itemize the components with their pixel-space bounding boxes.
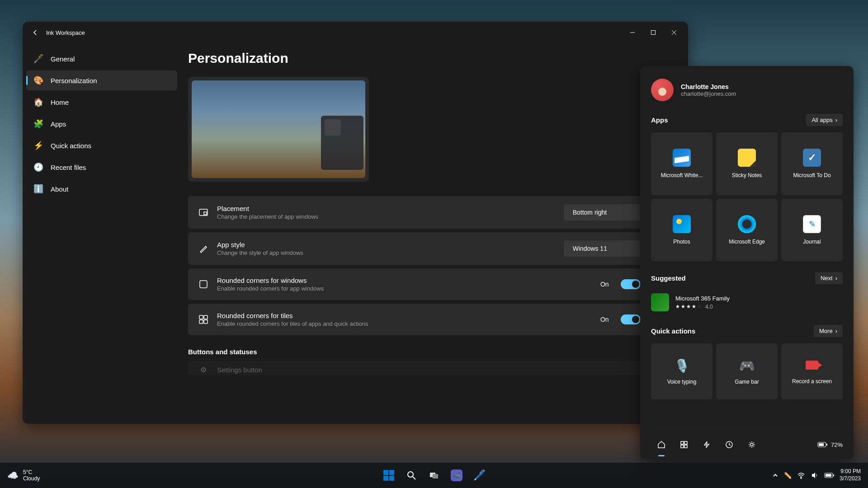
setting-title: Placement (217, 205, 556, 212)
svg-rect-11 (681, 441, 684, 444)
apps-icon: 🧩 (33, 119, 43, 129)
chevron-right-icon: › (835, 328, 837, 334)
svg-rect-1 (651, 31, 656, 35)
edge-icon (738, 215, 756, 233)
task-view-button[interactable] (424, 465, 444, 485)
back-button[interactable] (26, 23, 44, 42)
setting-desc: Enable rounded corners for app windows (217, 285, 592, 292)
app-tile-whiteboard[interactable]: Microsoft White... (651, 132, 712, 195)
taskbar-right: ✏️ 9:00 PM 3/7/2023 (772, 468, 861, 482)
nav-apps[interactable] (674, 436, 694, 454)
setting-placement[interactable]: Placement Change the placement of app wi… (188, 196, 666, 229)
bolt-icon: ⚡ (33, 141, 43, 150)
minimize-button[interactable] (622, 25, 643, 40)
tiles-icon (198, 314, 209, 325)
placement-value[interactable]: Bottom right (564, 204, 641, 221)
svg-rect-7 (199, 315, 203, 319)
sidebar-item-quick-actions[interactable]: ⚡Quick actions (26, 136, 177, 155)
record-icon (806, 358, 818, 373)
suggested-name: Microsoft 365 Family (675, 295, 730, 302)
ink-workspace-button[interactable]: 🖊️ (469, 465, 489, 485)
battery-indicator[interactable]: 72% (817, 441, 843, 448)
weather-widget[interactable]: ☁️ 5°C Cloudy (7, 469, 40, 482)
battery-percent: 72% (831, 441, 843, 448)
pen-tray-icon[interactable]: ✏️ (784, 472, 792, 479)
action-label: Voice typing (667, 379, 697, 385)
nav-recent[interactable] (719, 436, 740, 454)
apps-section-title: Apps (651, 116, 668, 124)
app-tile-sticky-notes[interactable]: Sticky Notes (716, 132, 778, 195)
tray-overflow[interactable] (772, 472, 778, 479)
svg-rect-23 (433, 474, 438, 479)
app-style-value[interactable]: Windows 11 (564, 240, 641, 257)
svg-rect-26 (826, 474, 831, 477)
more-button[interactable]: More› (814, 325, 843, 337)
date: 3/7/2023 (840, 475, 861, 483)
maximize-button[interactable] (643, 25, 664, 40)
app-tile-photos[interactable]: Photos (651, 199, 712, 262)
app-tile-edge[interactable]: Microsoft Edge (716, 199, 778, 262)
setting-settings-button[interactable]: ⚙ Settings button (188, 361, 666, 375)
sidebar-item-label: Apps (51, 120, 66, 128)
app-label: Microsoft White... (655, 172, 709, 178)
user-profile[interactable]: Charlotte Jones charlotte@jones.com (651, 79, 843, 101)
svg-rect-6 (200, 281, 207, 288)
volume-icon[interactable] (811, 471, 819, 479)
wifi-icon[interactable] (797, 471, 805, 479)
all-apps-button[interactable]: All apps› (806, 114, 843, 126)
palette-icon: 🎨 (33, 75, 43, 85)
window-title: Ink Workspace (46, 29, 85, 36)
sidebar-item-home[interactable]: 🏠Home (26, 92, 177, 112)
start-button[interactable] (379, 465, 399, 485)
app-tile-journal[interactable]: Journal (781, 199, 843, 262)
nav-home[interactable] (651, 436, 672, 454)
m365-icon (651, 293, 669, 311)
setting-rounded-tiles[interactable]: Rounded corners for tiles Enable rounded… (188, 304, 666, 335)
sidebar-item-general[interactable]: 🖋️General (26, 49, 177, 69)
toggle-state: On (600, 316, 609, 323)
setting-rounded-windows[interactable]: Rounded corners for windows Enable round… (188, 268, 666, 300)
sidebar-item-recent-files[interactable]: 🕘Recent files (26, 157, 177, 177)
sidebar-item-apps[interactable]: 🧩Apps (26, 114, 177, 134)
chat-button[interactable]: 📹 (447, 465, 467, 485)
pen-icon: 🖋️ (33, 54, 43, 64)
action-label: Game bar (735, 379, 759, 385)
ink-workspace-panel: Charlotte Jones charlotte@jones.com Apps… (640, 66, 854, 459)
battery-tray-icon[interactable] (824, 473, 834, 478)
action-game-bar[interactable]: 🎮Game bar (716, 343, 778, 399)
suggested-app[interactable]: Microsoft 365 Family ★★★★☆ 4.0 (651, 291, 843, 314)
svg-rect-5 (204, 212, 207, 215)
app-label: Sticky Notes (720, 172, 774, 178)
setting-app-style[interactable]: App style Change the style of app window… (188, 232, 666, 265)
info-icon: ℹ️ (33, 184, 43, 194)
home-icon: 🏠 (33, 97, 43, 107)
next-button[interactable]: Next› (815, 272, 843, 284)
sidebar-item-about[interactable]: ℹ️About (26, 179, 177, 199)
sidebar-item-personalization[interactable]: 🎨Personalization (26, 70, 177, 90)
svg-point-24 (801, 478, 802, 479)
toggle-state: On (600, 281, 609, 288)
preview-thumbnail[interactable] (188, 77, 369, 182)
nav-settings[interactable] (741, 436, 762, 454)
panel-bottom-bar: 72% (651, 428, 843, 454)
content-area: Personalization Placement Change the pla… (181, 43, 688, 424)
close-button[interactable] (664, 25, 684, 40)
clock[interactable]: 9:00 PM 3/7/2023 (840, 468, 861, 482)
setting-title: Settings button (217, 366, 656, 374)
action-record-screen[interactable]: Record a screen (781, 343, 843, 399)
svg-point-20 (408, 472, 413, 477)
svg-line-21 (413, 477, 415, 479)
action-voice-typing[interactable]: 🎙️Voice typing (651, 343, 712, 399)
search-button[interactable] (401, 465, 421, 485)
microphone-icon: 🎙️ (674, 358, 690, 373)
rounded-windows-toggle[interactable] (621, 279, 641, 289)
rounded-tiles-toggle[interactable] (621, 314, 641, 324)
app-label: Microsoft Edge (720, 239, 774, 245)
weather-condition: Cloudy (23, 475, 40, 482)
nav-quick-actions[interactable] (696, 436, 717, 454)
user-name: Charlotte Jones (681, 83, 736, 90)
cloud-icon: ☁️ (7, 470, 19, 481)
battery-icon (817, 442, 827, 447)
app-tile-todo[interactable]: Microsoft To Do (781, 132, 843, 195)
gamepad-icon: 🎮 (739, 358, 755, 373)
